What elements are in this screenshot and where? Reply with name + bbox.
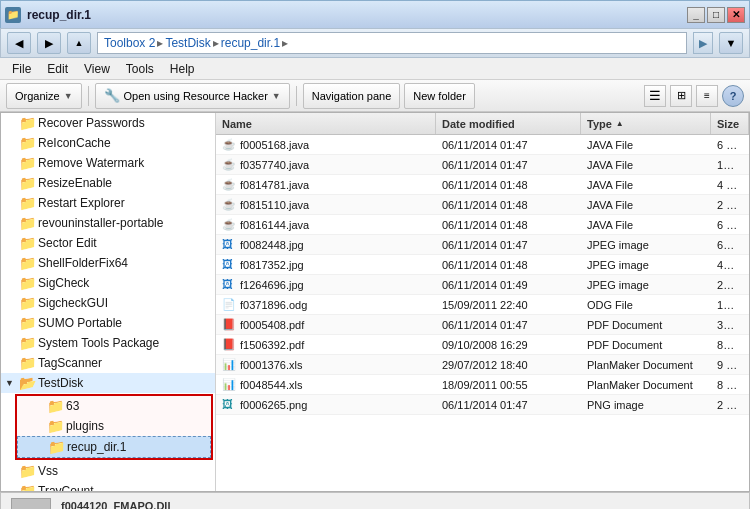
column-header-date[interactable]: Date modified — [436, 113, 581, 134]
file-size-cell: 6 KB — [711, 218, 749, 232]
view-list-button[interactable]: ≡ — [696, 85, 718, 107]
open-rh-arrow: ▼ — [272, 91, 281, 101]
up-button[interactable]: ▲ — [67, 32, 91, 54]
folder-icon: 📁 — [19, 115, 35, 131]
file-date-cell: 06/11/2014 01:47 — [436, 158, 581, 172]
address-dropdown-button[interactable]: ▼ — [719, 32, 743, 54]
tree-item-recup-dir-1[interactable]: 📁 recup_dir.1 — [17, 436, 211, 458]
menu-view[interactable]: View — [76, 60, 118, 78]
tree-label: ResizeEnable — [38, 176, 112, 190]
forward-button[interactable]: ▶ — [37, 32, 61, 54]
file-name-cell: 🖼f0082448.jpg — [216, 237, 436, 253]
file-type-cell: PDF Document — [581, 338, 711, 352]
file-list-header: Name Date modified Type ▲ Size — [216, 113, 749, 135]
file-date-cell: 15/09/2011 22:40 — [436, 298, 581, 312]
main-container: 📁 Recover Passwords 📁 ReIconCache 📁 Remo… — [0, 112, 750, 492]
menu-edit[interactable]: Edit — [39, 60, 76, 78]
tree-item-recover-passwords[interactable]: 📁 Recover Passwords — [1, 113, 215, 133]
file-row[interactable]: ☕f0005168.java 06/11/2014 01:47 JAVA Fil… — [216, 135, 749, 155]
tree-item-restart-explorer[interactable]: 📁 Restart Explorer — [1, 193, 215, 213]
menu-file[interactable]: File — [4, 60, 39, 78]
file-date-cell: 06/11/2014 01:48 — [436, 218, 581, 232]
tree-item-traycount[interactable]: 📁 TrayCount — [1, 481, 215, 491]
file-type-cell: PlanMaker Document — [581, 378, 711, 392]
file-row[interactable]: 📕f0005408.pdf 06/11/2014 01:47 PDF Docum… — [216, 315, 749, 335]
tree-label: recup_dir.1 — [67, 440, 126, 454]
tree-item-system-tools-package[interactable]: 📁 System Tools Package — [1, 333, 215, 353]
file-date-cell: 06/11/2014 01:48 — [436, 258, 581, 272]
file-row[interactable]: ☕f0357740.java 06/11/2014 01:47 JAVA Fil… — [216, 155, 749, 175]
column-header-name[interactable]: Name — [216, 113, 436, 134]
file-size-cell: 2 KB — [711, 198, 749, 212]
folder-icon: 📁 — [19, 215, 35, 231]
file-row[interactable]: 📕f1506392.pdf 09/10/2008 16:29 PDF Docum… — [216, 335, 749, 355]
tree-item-testdisk[interactable]: ▼ 📂 TestDisk — [1, 373, 215, 393]
file-type-cell: JAVA File — [581, 158, 711, 172]
file-size-cell: 68 KB — [711, 238, 749, 252]
file-row[interactable]: 📊f0001376.xls 29/07/2012 18:40 PlanMaker… — [216, 355, 749, 375]
tree-item-sigcheckgui[interactable]: 📁 SigcheckGUI — [1, 293, 215, 313]
xls-icon: 📊 — [222, 358, 236, 372]
tree-expand-icon: ▼ — [5, 378, 19, 388]
tree-item-revouninstaller[interactable]: 📁 revouninstaller-portable — [1, 213, 215, 233]
close-button[interactable]: ✕ — [727, 7, 745, 23]
back-button[interactable]: ◀ — [7, 32, 31, 54]
tree-item-plugins[interactable]: 📁 plugins — [17, 416, 211, 436]
column-header-size[interactable]: Size — [711, 113, 749, 134]
view-grid-button[interactable]: ⊞ — [670, 85, 692, 107]
file-date-cell: 06/11/2014 01:49 — [436, 278, 581, 292]
tree-item-sector-edit[interactable]: 📁 Sector Edit — [1, 233, 215, 253]
navigation-pane-button[interactable]: Navigation pane — [303, 83, 401, 109]
organize-button[interactable]: Organize ▼ — [6, 83, 82, 109]
menu-tools[interactable]: Tools — [118, 60, 162, 78]
file-list-panel: Name Date modified Type ▲ Size ☕f0005168… — [216, 113, 749, 491]
tree-label: SUMO Portable — [38, 316, 122, 330]
address-go-button[interactable]: ▶ — [693, 32, 713, 54]
new-folder-button[interactable]: New folder — [404, 83, 475, 109]
file-row[interactable]: 📄f0371896.odg 15/09/2011 22:40 ODG File … — [216, 295, 749, 315]
open-resource-hacker-button[interactable]: 🔧 Open using Resource Hacker ▼ — [95, 83, 290, 109]
folder-icon: 📁 — [48, 439, 64, 455]
address-path[interactable]: Toolbox 2 ▸ TestDisk ▸ recup_dir.1 ▸ — [97, 32, 687, 54]
folder-icon: 📁 — [19, 195, 35, 211]
tree-item-remove-watermark[interactable]: 📁 Remove Watermark — [1, 153, 215, 173]
folder-icon: 📁 — [19, 275, 35, 291]
file-row[interactable]: ☕f0815110.java 06/11/2014 01:48 JAVA Fil… — [216, 195, 749, 215]
tree-item-sigcheck[interactable]: 📁 SigCheck — [1, 273, 215, 293]
file-name-cell: 🖼f0817352.jpg — [216, 257, 436, 273]
path-testdisk[interactable]: TestDisk — [165, 36, 210, 50]
view-details-button[interactable]: ☰ — [644, 85, 666, 107]
column-header-type[interactable]: Type ▲ — [581, 113, 711, 134]
file-date-cell: 06/11/2014 01:47 — [436, 398, 581, 412]
tree-item-sumo-portable[interactable]: 📁 SUMO Portable — [1, 313, 215, 333]
file-row[interactable]: 🖼f0006265.png 06/11/2014 01:47 PNG image… — [216, 395, 749, 415]
path-sep-1: ▸ — [157, 36, 163, 50]
title-bar: 📁 recup_dir.1 _ □ ✕ — [0, 0, 750, 28]
folder-icon: 📁 — [47, 418, 63, 434]
file-type-cell: JAVA File — [581, 218, 711, 232]
tree-item-tagscanner[interactable]: 📁 TagScanner — [1, 353, 215, 373]
file-date-cell: 29/07/2012 18:40 — [436, 358, 581, 372]
file-size-cell: 283 KB — [711, 278, 749, 292]
file-row[interactable]: 🖼f0817352.jpg 06/11/2014 01:48 JPEG imag… — [216, 255, 749, 275]
tree-item-vss[interactable]: 📁 Vss — [1, 461, 215, 481]
file-row[interactable]: 🖼f1264696.jpg 06/11/2014 01:49 JPEG imag… — [216, 275, 749, 295]
path-recup[interactable]: recup_dir.1 — [221, 36, 280, 50]
file-row[interactable]: ☕f0814781.java 06/11/2014 01:48 JAVA Fil… — [216, 175, 749, 195]
file-date-cell: 06/11/2014 01:47 — [436, 318, 581, 332]
tree-item-reiconcache[interactable]: 📁 ReIconCache — [1, 133, 215, 153]
file-row[interactable]: 🖼f0082448.jpg 06/11/2014 01:47 JPEG imag… — [216, 235, 749, 255]
file-row[interactable]: 📊f0048544.xls 18/09/2011 00:55 PlanMaker… — [216, 375, 749, 395]
java-icon: ☕ — [222, 178, 236, 192]
menu-help[interactable]: Help — [162, 60, 203, 78]
toolbar-right: ☰ ⊞ ≡ ? — [644, 85, 744, 107]
minimize-button[interactable]: _ — [687, 7, 705, 23]
file-row[interactable]: ☕f0816144.java 06/11/2014 01:48 JAVA Fil… — [216, 215, 749, 235]
tree-item-shellfolder-fix64[interactable]: 📁 ShellFolderFix64 — [1, 253, 215, 273]
path-toolbox[interactable]: Toolbox 2 — [104, 36, 155, 50]
tree-item-63[interactable]: 📁 63 — [17, 396, 211, 416]
help-button[interactable]: ? — [722, 85, 744, 107]
tree-item-resize-enable[interactable]: 📁 ResizeEnable — [1, 173, 215, 193]
tree-label: TrayCount — [38, 484, 94, 491]
maximize-button[interactable]: □ — [707, 7, 725, 23]
